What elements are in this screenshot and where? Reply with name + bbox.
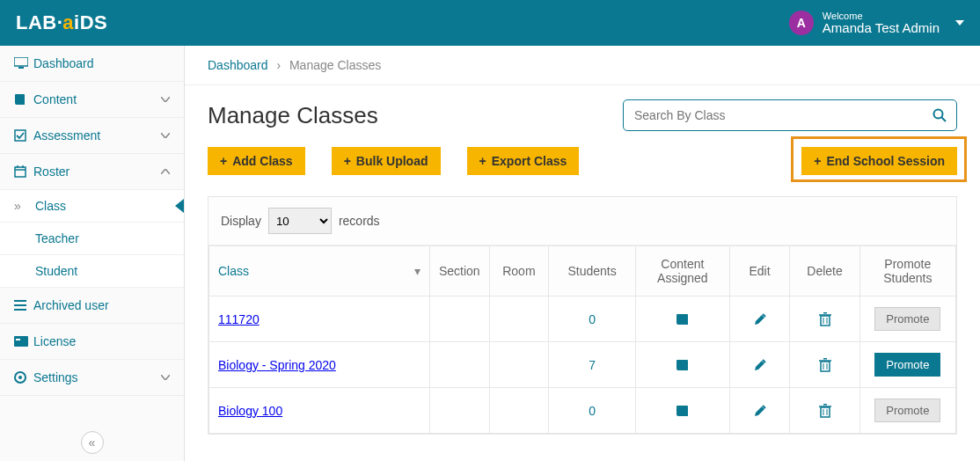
col-promote[interactable]: Promote Students — [859, 246, 955, 296]
active-marker-icon — [175, 199, 184, 213]
sidebar-item-label: Content — [33, 92, 77, 106]
col-students[interactable]: Students — [549, 246, 636, 296]
gear-icon — [14, 371, 33, 384]
svg-line-15 — [942, 118, 947, 122]
plus-icon: + — [814, 154, 821, 168]
book-icon — [14, 93, 33, 106]
sidebar-item-label: Roster — [33, 165, 69, 179]
edit-icon[interactable] — [739, 404, 781, 418]
monitor-icon — [14, 57, 33, 70]
sidebar-item-label: Dashboard — [33, 56, 94, 70]
col-edit[interactable]: Edit — [729, 246, 790, 296]
sort-desc-icon: ▾ — [414, 264, 421, 278]
class-link[interactable]: 111720 — [218, 312, 260, 326]
col-class[interactable]: Class ▾ — [209, 246, 430, 296]
edit-icon[interactable] — [739, 312, 781, 326]
search-input[interactable] — [623, 99, 957, 131]
promote-button[interactable]: Promote — [874, 307, 940, 331]
cell-students: 7 — [549, 342, 636, 388]
cell-students: 0 — [549, 296, 636, 342]
col-room[interactable]: Room — [489, 246, 549, 296]
sidebar-item-label: License — [33, 334, 76, 348]
table-row: 1117200Promote — [209, 296, 956, 342]
svg-rect-10 — [14, 336, 28, 347]
cell-section — [429, 388, 489, 434]
sidebar-item-archived-user[interactable]: Archived user — [0, 288, 184, 324]
chevron-down-icon — [161, 97, 170, 102]
sidebar-item-content[interactable]: Content — [0, 82, 184, 118]
search-icon[interactable] — [932, 108, 947, 122]
sidebar-sub-class[interactable]: » Class — [0, 190, 184, 223]
svg-rect-2 — [15, 130, 26, 141]
svg-rect-0 — [14, 57, 28, 66]
sidebar: Dashboard Content Assessment Roster » — [0, 46, 185, 461]
class-link[interactable]: Biology - Spring 2020 — [218, 358, 336, 372]
card-icon — [14, 336, 33, 347]
svg-rect-21 — [821, 362, 830, 371]
svg-rect-1 — [18, 67, 24, 69]
svg-point-13 — [18, 376, 22, 379]
page-title: Manage Classes — [208, 102, 378, 129]
plus-icon: + — [344, 154, 351, 168]
promote-button[interactable]: Promote — [874, 353, 940, 377]
delete-icon[interactable] — [799, 404, 850, 418]
sidebar-item-roster[interactable]: Roster — [0, 154, 184, 190]
add-class-button[interactable]: + Add Class — [208, 147, 305, 175]
breadcrumb-sep: › — [276, 58, 281, 72]
cell-section — [429, 342, 489, 388]
cell-room — [489, 388, 549, 434]
promote-button[interactable]: Promote — [874, 399, 940, 422]
sidebar-item-label: Assessment — [33, 128, 100, 143]
breadcrumb-dashboard[interactable]: Dashboard — [208, 58, 268, 72]
table-row: Biology 1000Promote — [209, 388, 956, 434]
sidebar-item-settings[interactable]: Settings — [0, 360, 184, 396]
svg-point-14 — [934, 110, 943, 119]
display-select[interactable]: 10 — [268, 208, 332, 234]
end-school-session-button[interactable]: + End School Session — [801, 147, 957, 175]
delete-icon[interactable] — [799, 312, 850, 326]
sidebar-item-label: Class — [35, 199, 66, 213]
svg-rect-16 — [821, 316, 830, 326]
class-link[interactable]: Biology 100 — [218, 404, 282, 418]
cell-room — [489, 342, 549, 388]
svg-rect-11 — [16, 339, 20, 340]
chevron-up-icon — [161, 169, 170, 174]
edit-icon[interactable] — [739, 358, 781, 372]
content-assigned-icon[interactable] — [645, 405, 720, 417]
welcome-block: Welcome Amanda Test Admin — [823, 11, 940, 36]
main-content: Dashboard › Manage Classes Manage Classe… — [185, 46, 980, 461]
records-label: records — [339, 214, 380, 228]
col-delete[interactable]: Delete — [790, 246, 859, 296]
content-assigned-icon[interactable] — [645, 313, 720, 326]
calendar-icon — [14, 165, 33, 178]
content-assigned-icon[interactable] — [645, 359, 720, 371]
user-menu[interactable]: A Welcome Amanda Test Admin — [789, 11, 964, 36]
table-row: Biology - Spring 20207Promote — [209, 342, 956, 388]
chevron-down-icon — [161, 133, 170, 138]
chevron-right-icon: » — [14, 199, 21, 213]
delete-icon[interactable] — [799, 358, 850, 372]
sidebar-item-label: Settings — [33, 370, 78, 384]
sidebar-sub-student[interactable]: Student — [0, 255, 184, 288]
breadcrumb-current: Manage Classes — [289, 58, 381, 72]
col-content-assigned[interactable]: Content Assigned — [636, 246, 730, 296]
plus-icon: + — [220, 154, 227, 168]
sidebar-item-assessment[interactable]: Assessment — [0, 118, 184, 154]
display-label: Display — [221, 214, 261, 228]
export-class-button[interactable]: + Export Class — [467, 147, 580, 175]
sidebar-item-label: Teacher — [35, 231, 79, 245]
caret-down-icon — [955, 20, 964, 26]
sidebar-item-dashboard[interactable]: Dashboard — [0, 46, 184, 82]
check-square-icon — [14, 129, 33, 142]
col-section[interactable]: Section — [429, 246, 489, 296]
sidebar-item-license[interactable]: License — [0, 324, 184, 360]
chevron-down-icon — [161, 375, 170, 380]
svg-rect-26 — [821, 407, 830, 417]
list-icon — [14, 300, 33, 311]
collapse-sidebar-button[interactable]: « — [81, 431, 104, 454]
logo: LAB·aiDS — [16, 11, 107, 34]
sidebar-item-label: Student — [35, 264, 77, 278]
sidebar-sub-teacher[interactable]: Teacher — [0, 223, 184, 255]
sidebar-item-label: Archived user — [33, 298, 109, 312]
bulk-upload-button[interactable]: + Bulk Upload — [332, 147, 441, 175]
